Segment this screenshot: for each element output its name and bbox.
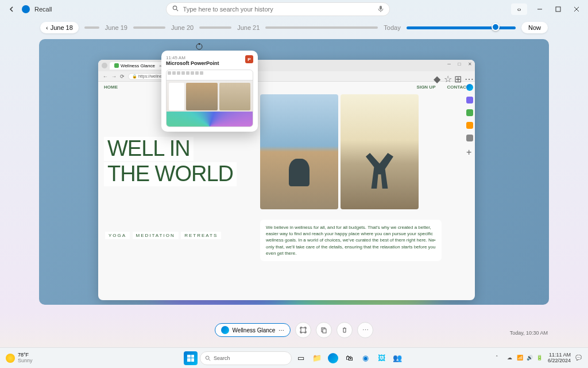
minimize-button[interactable]: [534, 3, 546, 15]
store-icon[interactable]: 🛍: [342, 351, 356, 365]
svg-rect-2: [380, 6, 382, 10]
timeline-today-track[interactable]: [407, 26, 516, 29]
body-copy: We believe in wellness for all, and for …: [260, 220, 442, 261]
wifi-icon[interactable]: 📶: [517, 355, 524, 362]
collections-icon[interactable]: ⊞: [454, 74, 460, 79]
date-label: June 21: [237, 24, 260, 31]
battery-icon[interactable]: 🔋: [536, 355, 543, 362]
sidebar-app-icon[interactable]: [466, 97, 473, 103]
clock[interactable]: 11:11 AM 6/22/2024: [548, 352, 571, 364]
history-search-box[interactable]: [166, 2, 390, 16]
preview-thumbnail: [166, 70, 253, 127]
onedrive-icon[interactable]: ☁: [507, 355, 514, 362]
sidebar-app-icon[interactable]: [466, 122, 473, 129]
hero-headline: WELL IN THE WORLD: [104, 137, 237, 187]
timeline-segment[interactable]: [265, 26, 378, 29]
sidebar-app-icon[interactable]: [466, 109, 473, 116]
timeline[interactable]: ‹ June 18 June 19 June 20 June 21 Today …: [0, 18, 588, 37]
thumb-sidebar: [169, 83, 184, 110]
keyword: RETREATS: [184, 233, 218, 238]
date-label: June 19: [105, 24, 127, 31]
nav-back-icon[interactable]: ←: [103, 74, 108, 79]
edge-sidebar: +: [465, 82, 475, 156]
teams-icon[interactable]: 👥: [390, 351, 404, 365]
thumb-slide: [186, 83, 217, 110]
more-icon: ⋯: [278, 327, 284, 334]
now-button[interactable]: Now: [521, 22, 548, 33]
search-input[interactable]: [183, 6, 373, 13]
settings-toggle[interactable]: ‹›: [511, 3, 527, 15]
browser-tab-strip: Wellness Glance ×: [98, 60, 475, 71]
volume-icon[interactable]: 🔊: [527, 355, 533, 362]
menu-icon[interactable]: ⋯: [465, 74, 470, 79]
nav-home[interactable]: HOME: [104, 85, 118, 90]
delete-button[interactable]: [336, 322, 353, 338]
notifications-icon[interactable]: 💬: [575, 355, 582, 362]
extension-icon[interactable]: ◆: [434, 74, 439, 79]
timeline-segment[interactable]: [84, 26, 99, 29]
svg-line-13: [209, 359, 211, 361]
edge-icon[interactable]: [326, 351, 340, 365]
snapshot-actions: Wellness Glance ⋯ ⋯: [0, 322, 588, 338]
date-pill-current[interactable]: ‹ June 18: [40, 22, 79, 33]
taskbar-center: Search ▭ 📁 🛍 ◉ 🖼 👥: [184, 351, 404, 365]
timeline-segment[interactable]: [133, 26, 165, 29]
browser-tab[interactable]: Wellness Glance ×: [110, 62, 167, 70]
nav-signup[interactable]: SIGN UP: [417, 85, 436, 90]
mic-icon[interactable]: [378, 5, 384, 13]
weather-cond: Sunny: [18, 358, 33, 364]
app-title: Recall: [34, 6, 52, 13]
keyword-stack: YOGA MEDITATION RETREATS: [105, 229, 221, 240]
back-button[interactable]: [6, 3, 17, 15]
profile-icon[interactable]: [102, 63, 107, 68]
browser-close[interactable]: ✕: [467, 61, 473, 67]
chevron-up-icon[interactable]: ˄: [496, 355, 502, 362]
browser-minimize[interactable]: ─: [446, 61, 452, 67]
titlebar-actions: ‹›: [511, 3, 582, 15]
browser-maximize[interactable]: □: [457, 61, 462, 67]
nav-forward-icon[interactable]: →: [111, 74, 117, 79]
arrow-next-icon[interactable]: →: [431, 236, 437, 244]
powerpoint-icon: P: [245, 55, 253, 63]
timeline-handle[interactable]: [492, 23, 500, 31]
photos-icon[interactable]: 🖼: [374, 351, 388, 365]
hero-photo-meditation: [260, 94, 338, 209]
hero-photo-yoga: [341, 94, 419, 209]
search-icon: [172, 5, 179, 13]
svg-point-12: [206, 356, 209, 359]
taskbar: 78°F Sunny Search ▭ 📁 🛍 ◉ 🖼 👥 ˄ ☁ 📶 🔊 🔋 …: [0, 347, 588, 368]
snapshot-timestamp: Today, 10:30 AM: [510, 330, 548, 336]
start-button[interactable]: [184, 351, 198, 365]
timeline-segment[interactable]: [199, 26, 231, 29]
thumb-ribbon: [167, 70, 253, 80]
lock-icon: 🔒: [132, 74, 137, 78]
weather-widget[interactable]: 78°F Sunny: [6, 352, 33, 364]
taskbar-search[interactable]: Search: [200, 351, 292, 365]
headline-line-2: THE WORLD: [104, 162, 237, 186]
sidebar-app-icon[interactable]: [466, 135, 473, 141]
screenshot-button[interactable]: [295, 322, 311, 338]
timeline-preview-card[interactable]: 11:45 AM Microsoft PowerPoint P: [161, 51, 258, 132]
svg-point-0: [173, 6, 176, 9]
open-app-chip[interactable]: Wellness Glance ⋯: [215, 323, 291, 337]
more-options-button[interactable]: ⋯: [357, 322, 373, 338]
svg-rect-9: [301, 328, 305, 332]
task-view-icon[interactable]: ▭: [294, 351, 308, 365]
sidebar-add-icon[interactable]: +: [466, 147, 473, 154]
keyword: YOGA: [109, 233, 126, 238]
maximize-button[interactable]: [552, 3, 564, 15]
tab-title: Wellness Glance: [121, 63, 155, 68]
copy-button[interactable]: [316, 322, 332, 338]
edge-icon: [221, 326, 229, 334]
svg-line-1: [176, 9, 178, 11]
hero-photos: [260, 94, 419, 209]
svg-rect-4: [556, 7, 560, 12]
recall-icon[interactable]: ◉: [358, 351, 372, 365]
refresh-icon[interactable]: ⟳: [120, 74, 125, 79]
favorites-icon[interactable]: ☆: [444, 74, 450, 79]
browser-window-controls: ─ □ ✕: [446, 61, 473, 67]
silhouette: [366, 153, 393, 189]
copilot-icon[interactable]: [466, 84, 473, 91]
explorer-icon[interactable]: 📁: [310, 351, 324, 365]
close-button[interactable]: [571, 3, 582, 15]
